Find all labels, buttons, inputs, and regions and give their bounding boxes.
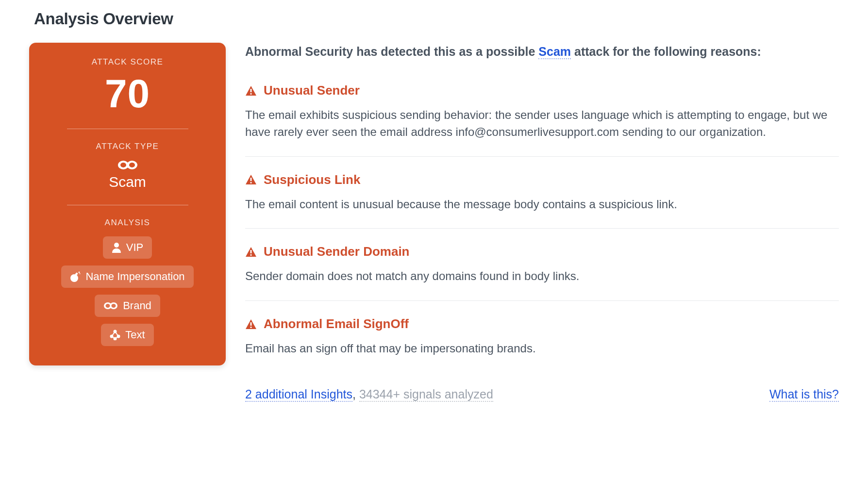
insight-item: Unusual Sender Domain Sender domain does…: [245, 244, 839, 301]
analysis-badge-list: VIP Name Impersonation: [61, 236, 193, 346]
attack-score-card: ATTACK SCORE 70 ATTACK TYPE Scam ANALYSI…: [29, 43, 226, 365]
svg-rect-21: [250, 89, 252, 92]
svg-rect-25: [250, 250, 252, 253]
badge-label: Text: [125, 329, 145, 341]
svg-point-4: [114, 243, 119, 248]
badge-label: Name Impersonation: [85, 270, 184, 283]
divider: [67, 205, 188, 205]
warning-icon: [245, 319, 257, 330]
insights-footer: 2 additional Insights, 34344+ signals an…: [245, 387, 839, 401]
svg-rect-26: [250, 254, 252, 256]
svg-line-17: [112, 331, 115, 336]
svg-line-18: [115, 331, 118, 336]
intro-scam-link[interactable]: Scam: [538, 45, 571, 59]
person-icon: [112, 242, 121, 253]
insight-item: Unusual Sender The email exhibits suspic…: [245, 83, 839, 157]
analysis-badge-brand[interactable]: Brand: [95, 295, 160, 317]
insight-title: Unusual Sender: [264, 83, 360, 98]
svg-point-5: [70, 274, 78, 282]
svg-point-7: [79, 272, 80, 273]
analysis-badge-text[interactable]: Text: [101, 324, 153, 346]
page-title: Analysis Overview: [29, 10, 839, 28]
badge-label: Brand: [123, 299, 151, 312]
bomb-icon: [70, 271, 81, 282]
attack-score-value: 70: [105, 72, 150, 116]
insight-item: Abnormal Email SignOff Email has an sign…: [245, 316, 839, 373]
svg-rect-27: [250, 322, 252, 326]
intro-text: Abnormal Security has detected this as a…: [245, 45, 839, 59]
svg-point-8: [80, 273, 81, 274]
svg-rect-28: [250, 327, 252, 328]
svg-point-11: [106, 304, 110, 308]
additional-insights-link[interactable]: 2 additional Insights: [245, 387, 352, 402]
svg-rect-23: [250, 178, 252, 181]
divider: [67, 129, 188, 129]
attack-type-label: ATTACK TYPE: [96, 142, 159, 151]
intro-suffix: attack for the following reasons:: [571, 45, 761, 58]
insight-description: The email exhibits suspicious sending be…: [245, 107, 839, 141]
insight-description: Email has an sign off that may be impers…: [245, 340, 839, 357]
badge-label: VIP: [126, 241, 143, 254]
warning-icon: [245, 174, 257, 185]
analysis-label: ANALYSIS: [105, 218, 150, 228]
footer-comma: ,: [352, 387, 359, 401]
analysis-badge-vip[interactable]: VIP: [103, 236, 152, 259]
main-content: Abnormal Security has detected this as a…: [245, 43, 839, 401]
mask-icon: [117, 159, 138, 171]
insight-title: Abnormal Email SignOff: [264, 316, 409, 331]
svg-point-12: [112, 304, 116, 308]
what-is-this-link[interactable]: What is this?: [769, 387, 839, 402]
insight-description: The email content is unusual because the…: [245, 196, 839, 213]
mask-icon: [103, 301, 118, 310]
warning-icon: [245, 247, 257, 257]
svg-point-3: [129, 163, 135, 167]
insight-title: Unusual Sender Domain: [264, 244, 410, 259]
svg-rect-22: [250, 93, 252, 95]
attack-score-label: ATTACK SCORE: [92, 57, 164, 67]
svg-point-2: [120, 163, 126, 167]
nodes-icon: [110, 330, 120, 340]
svg-rect-24: [250, 182, 252, 183]
insight-description: Sender domain does not match any domains…: [245, 268, 839, 285]
analysis-badge-name-impersonation[interactable]: Name Impersonation: [61, 265, 193, 288]
intro-prefix: Abnormal Security has detected this as a…: [245, 45, 538, 58]
insight-title: Suspicious Link: [264, 172, 360, 187]
signals-analyzed-text: 34344+ signals analyzed: [359, 387, 493, 402]
warning-icon: [245, 85, 257, 96]
insight-item: Suspicious Link The email content is unu…: [245, 172, 839, 229]
attack-type-value: Scam: [109, 174, 146, 190]
